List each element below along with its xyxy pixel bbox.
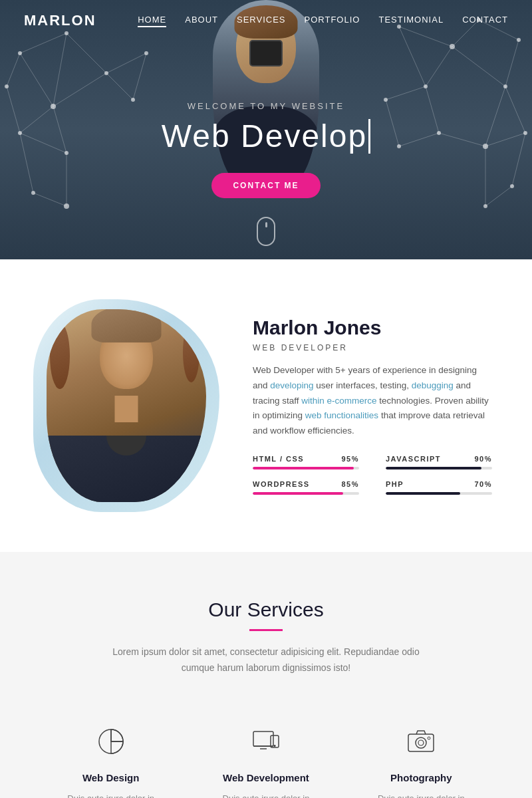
skill-bar bbox=[253, 492, 359, 495]
svg-line-27 bbox=[439, 133, 485, 146]
skill-value: 85% bbox=[341, 480, 359, 488]
service-name-1: Web Design bbox=[47, 772, 175, 783]
skill-bar bbox=[253, 467, 359, 469]
hero-title: Web Develop bbox=[162, 118, 370, 154]
services-section: Our Services Lorem ipsum dolor sit amet,… bbox=[0, 552, 532, 798]
svg-line-9 bbox=[20, 133, 66, 153]
web-design-icon bbox=[92, 723, 130, 760]
skill-value: 90% bbox=[474, 455, 492, 463]
skill-php: PHP 70% bbox=[386, 480, 492, 495]
nav-services[interactable]: SERVICES bbox=[237, 15, 286, 27]
svg-point-51 bbox=[523, 131, 527, 135]
svg-point-43 bbox=[64, 203, 69, 209]
svg-line-11 bbox=[20, 133, 33, 193]
skill-javascript: JAVASCRIPT 90% bbox=[386, 455, 492, 469]
nav-testimonial[interactable]: TESTIMONIAL bbox=[378, 15, 444, 27]
skill-value: 95% bbox=[341, 455, 359, 463]
site-header: MARLON HOME ABOUT SERVICES PORTFOLIO TES… bbox=[0, 0, 532, 41]
profile-photo bbox=[47, 309, 206, 502]
svg-line-6 bbox=[133, 53, 146, 100]
skill-label: JAVASCRIPT bbox=[386, 455, 441, 463]
nav-portfolio[interactable]: PORTFOLIO bbox=[305, 15, 360, 27]
title-underline bbox=[249, 629, 283, 631]
skill-fill bbox=[386, 467, 481, 469]
service-name-3: Photography bbox=[357, 772, 485, 783]
about-info: Marlon Jones WEB DEVELOPER Web Developer… bbox=[253, 317, 492, 495]
services-grid: Web Design Duis aute irure dolor in repr… bbox=[40, 710, 492, 798]
contact-me-button[interactable]: CONTACT ME bbox=[211, 173, 320, 198]
svg-line-20 bbox=[452, 47, 505, 86]
skill-wordpress: WORDPRESS 85% bbox=[253, 480, 359, 495]
nav-contact[interactable]: CONTACT bbox=[462, 15, 508, 27]
svg-point-36 bbox=[104, 71, 108, 75]
skill-bar bbox=[386, 467, 492, 469]
services-desc: Lorem ipsum dolor sit amet, consectetur … bbox=[100, 644, 432, 676]
svg-point-38 bbox=[144, 51, 148, 55]
skill-fill bbox=[386, 492, 460, 495]
main-nav: HOME ABOUT SERVICES PORTFOLIO TESTIMONIA… bbox=[138, 15, 508, 27]
svg-point-46 bbox=[450, 44, 455, 49]
svg-line-14 bbox=[7, 53, 20, 86]
svg-point-53 bbox=[437, 131, 441, 135]
web-development-icon bbox=[247, 723, 285, 760]
skill-bar bbox=[386, 492, 492, 495]
svg-point-50 bbox=[424, 84, 428, 88]
about-section: Marlon Jones WEB DEVELOPER Web Developer… bbox=[0, 259, 532, 552]
svg-line-28 bbox=[386, 86, 426, 100]
svg-line-4 bbox=[53, 33, 66, 106]
svg-line-12 bbox=[33, 193, 66, 206]
skill-label: HTML / CSS bbox=[253, 455, 304, 463]
logo[interactable]: MARLON bbox=[24, 12, 96, 29]
svg-line-3 bbox=[20, 53, 53, 106]
svg-line-2 bbox=[53, 73, 106, 106]
svg-point-40 bbox=[18, 131, 22, 135]
svg-point-56 bbox=[510, 184, 514, 188]
svg-line-32 bbox=[485, 186, 512, 206]
hero-content: WELCOME TO MY WEBSITE Web Develop CONTAC… bbox=[162, 61, 370, 198]
skills-grid: HTML / CSS 95% JAVASCRIPT 90% bbox=[253, 455, 492, 495]
svg-line-8 bbox=[20, 106, 53, 133]
skill-value: 70% bbox=[474, 480, 492, 488]
service-desc-2: Duis aute irure dolor in reprehenderit i… bbox=[201, 791, 330, 798]
about-name: Marlon Jones bbox=[253, 317, 492, 339]
skill-fill bbox=[253, 467, 354, 469]
service-photography: Photography Duis aute irure dolor in rep… bbox=[350, 710, 492, 798]
svg-line-10 bbox=[53, 106, 66, 153]
svg-point-52 bbox=[483, 144, 488, 149]
svg-line-24 bbox=[485, 133, 525, 146]
svg-line-30 bbox=[399, 133, 439, 146]
svg-point-34 bbox=[18, 51, 22, 55]
skill-fill bbox=[253, 492, 343, 495]
photography-icon bbox=[402, 723, 440, 760]
skill-label: WORDPRESS bbox=[253, 480, 310, 488]
svg-point-57 bbox=[483, 204, 487, 208]
nav-home[interactable]: HOME bbox=[138, 15, 166, 27]
scroll-indicator bbox=[257, 217, 275, 246]
service-desc-1: Duis aute irure dolor in reprehenderit i… bbox=[47, 791, 175, 798]
svg-line-26 bbox=[426, 86, 439, 133]
svg-line-7 bbox=[106, 73, 133, 100]
about-photo-container bbox=[40, 306, 213, 505]
service-desc-3: Duis aute irure dolor in reprehenderit i… bbox=[357, 791, 485, 798]
svg-point-55 bbox=[397, 144, 401, 148]
service-name-2: Web Development bbox=[201, 772, 330, 783]
svg-point-44 bbox=[5, 84, 9, 88]
svg-line-25 bbox=[485, 86, 505, 146]
svg-point-54 bbox=[384, 98, 388, 102]
typing-cursor bbox=[368, 119, 370, 154]
nav-about[interactable]: ABOUT bbox=[185, 15, 218, 27]
svg-point-69 bbox=[428, 737, 430, 739]
skill-label: PHP bbox=[386, 480, 404, 488]
services-title: Our Services bbox=[40, 598, 492, 621]
svg-line-15 bbox=[7, 86, 20, 133]
about-role: WEB DEVELOPER bbox=[253, 343, 492, 352]
svg-line-19 bbox=[505, 40, 519, 86]
svg-line-21 bbox=[426, 47, 452, 86]
svg-line-23 bbox=[505, 86, 525, 133]
mouse-icon bbox=[257, 217, 275, 246]
service-web-development: Web Development Duis aute irure dolor in… bbox=[195, 710, 336, 798]
svg-line-31 bbox=[512, 133, 525, 186]
svg-point-42 bbox=[31, 191, 35, 195]
svg-point-41 bbox=[65, 151, 68, 155]
svg-line-29 bbox=[386, 100, 399, 146]
